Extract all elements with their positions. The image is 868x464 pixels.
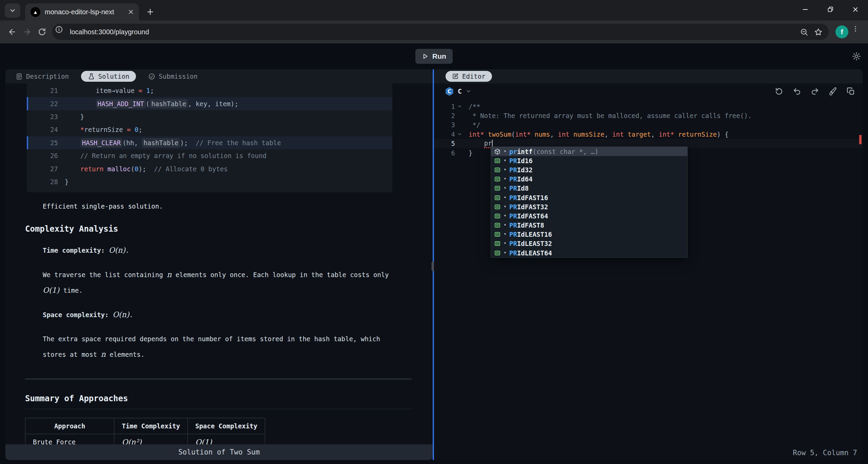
line-number: 2 [436, 112, 455, 119]
suggest-item-PRId64[interactable]: •PRId64 [491, 175, 687, 184]
undo-icon[interactable] [793, 87, 801, 96]
browser-toolbar: localhost:3000/playground f [0, 20, 868, 43]
suggest-detail: (const char *, …) [533, 148, 598, 155]
suggest-label: PRIdLEAST16 [509, 231, 552, 238]
tab-solution[interactable]: Solution [81, 71, 136, 82]
window-minimize-button[interactable] [793, 0, 818, 19]
url-bar[interactable]: localhost:3000/playground [52, 24, 829, 40]
tab-title: monaco-editor-lsp-next [45, 8, 123, 16]
line-number: 27 [27, 165, 58, 173]
settings-gear-icon[interactable] [852, 52, 861, 61]
table-cell: O(1) [188, 434, 265, 444]
suggest-label: PRIdFAST8 [509, 221, 544, 229]
complexity-heading: Complexity Analysis [25, 224, 433, 234]
suggest-item-PRId32[interactable]: •PRId32 [491, 165, 687, 174]
main-split-view: DescriptionSolutionSubmission 21 item→va… [0, 69, 868, 460]
suggest-item-PRIdLEAST64[interactable]: •PRIdLEAST64 [491, 248, 687, 257]
suggest-item-PRIdFAST64[interactable]: •PRIdFAST64 [491, 211, 687, 220]
solution-footer: Solution of Two Sum [5, 444, 433, 460]
complexity-paragraph-4: The extra space required depends on the … [43, 331, 402, 362]
star-icon [814, 28, 823, 36]
zoom-button[interactable] [797, 25, 811, 39]
forward-arrow-icon [23, 27, 32, 36]
info-icon [55, 25, 63, 34]
editor-panel: Editor C C 1/**2 * Note: The returned ar… [434, 69, 863, 460]
bullet: • [504, 204, 507, 210]
bullet: • [504, 185, 507, 191]
redo-icon[interactable] [811, 87, 819, 96]
tab-submission[interactable]: Submission [148, 73, 197, 80]
line-code: } [58, 113, 84, 120]
line-code: HASH_CLEAR(hh, hashTable); // Free the h… [58, 139, 281, 147]
suggest-item-PRIdFAST8[interactable]: •PRIdFAST8 [491, 221, 687, 230]
profile-avatar[interactable]: f [835, 25, 848, 38]
window-restore-button[interactable] [818, 0, 843, 19]
tab-label: Description [26, 73, 69, 80]
app-top-bar: Run [0, 43, 868, 69]
table-cell: O(n²) [114, 434, 188, 444]
snippet-icon [494, 231, 501, 238]
window-close-button[interactable] [843, 0, 868, 19]
line-number: 23 [27, 113, 58, 120]
editor-line-4[interactable]: 4int* twoSum(int* nums, int numsSize, in… [434, 130, 863, 139]
suggest-label: PRIdFAST64 [509, 212, 548, 220]
suggest-item-PRIdFAST16[interactable]: •PRIdFAST16 [491, 193, 687, 202]
suggest-item-PRId8[interactable]: •PRId8 [491, 184, 687, 193]
editor-actions [775, 87, 855, 96]
tab-label: Submission [159, 73, 197, 80]
browser-menu-button[interactable] [852, 25, 863, 39]
reset-icon[interactable] [775, 87, 783, 96]
section-divider [25, 379, 412, 380]
line-number: 24 [27, 126, 58, 133]
run-button[interactable]: Run [415, 49, 453, 64]
suggest-item-PRIdLEAST32[interactable]: •PRIdLEAST32 [491, 239, 687, 248]
suggest-item-printf[interactable]: •printf(const char *, …) [491, 147, 687, 156]
reload-icon [38, 27, 46, 36]
bullet: • [504, 222, 507, 228]
editor-line-1[interactable]: 1/** [434, 102, 863, 111]
chevron-down-icon [466, 88, 472, 94]
reload-button[interactable] [35, 24, 50, 39]
fold-chevron-icon[interactable] [455, 104, 464, 109]
language-selector[interactable]: C C [445, 87, 472, 96]
column-header: Time Complexity [114, 418, 188, 434]
editor-line-3[interactable]: 3 */ [434, 120, 863, 130]
suggest-item-PRId16[interactable]: •PRId16 [491, 156, 687, 165]
line-number: 4 [436, 131, 455, 138]
solution-note: Efficient single-pass solution. [43, 202, 433, 210]
forward-button[interactable] [20, 24, 35, 39]
edit-icon [452, 73, 459, 80]
line-code: } [469, 149, 472, 157]
complexity-paragraph-1: Time complexity: O(n). [43, 243, 402, 258]
copy-icon[interactable] [847, 87, 855, 96]
line-number: 6 [436, 149, 455, 157]
chevron-down-icon [9, 7, 16, 14]
line-number: 22 [27, 100, 58, 108]
code-line-21: 21 item→value = 1; [27, 84, 392, 97]
browser-tab[interactable]: ▲ monaco-editor-lsp-next [25, 3, 139, 20]
new-tab-button[interactable] [146, 7, 155, 16]
flask-icon [88, 73, 95, 80]
window-controls [793, 0, 868, 19]
suggest-item-PRIdFAST32[interactable]: •PRIdFAST32 [491, 202, 687, 211]
editor-line-2[interactable]: 2 * Note: The returned array must be mal… [434, 111, 863, 120]
snippet-icon [494, 157, 501, 164]
line-code: int* twoSum(int* nums, int numsSize, int… [469, 131, 729, 138]
bullet: • [504, 176, 507, 182]
fold-chevron-icon[interactable] [455, 132, 464, 137]
line-code: * Note: The returned array must be mallo… [469, 112, 752, 119]
tab-description[interactable]: Description [16, 73, 69, 80]
bookmark-button[interactable] [811, 25, 825, 39]
tab-search-button[interactable] [5, 3, 20, 18]
line-code: /** [469, 103, 480, 110]
suggest-item-PRIdLEAST16[interactable]: •PRIdLEAST16 [491, 230, 687, 239]
back-button[interactable] [5, 24, 20, 39]
table-row: Brute ForceO(n²)O(1) [25, 434, 265, 444]
site-info-button[interactable] [55, 25, 68, 38]
format-icon[interactable] [829, 87, 837, 96]
code-editor[interactable]: 1/**2 * Note: The returned array must be… [434, 99, 863, 460]
tab-close-icon[interactable] [127, 8, 134, 15]
column-header: Space Complexity [188, 418, 265, 434]
editor-badge: Editor [446, 71, 492, 82]
bullet: • [504, 195, 507, 201]
